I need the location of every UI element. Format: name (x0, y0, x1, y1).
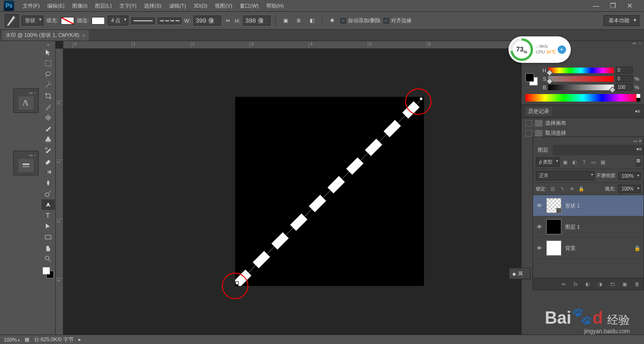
gradient-tool[interactable] (42, 167, 55, 177)
brush-tool[interactable] (42, 123, 55, 134)
marquee-tool[interactable] (42, 58, 55, 69)
close-button[interactable]: ✕ (624, 2, 636, 9)
new-layer-icon[interactable]: ▣ (621, 280, 628, 288)
group-icon[interactable]: 🗀 (609, 280, 616, 288)
bri-input[interactable] (616, 84, 633, 91)
layers-tab[interactable]: 图层 (533, 145, 553, 155)
gear-icon[interactable]: ✱ (327, 16, 338, 26)
panel-collapse-icon[interactable]: ◂◂ (633, 139, 637, 143)
stroke-width-dropdown[interactable]: 4 点 (108, 16, 128, 26)
doc-info-arrow[interactable]: ▸ (78, 336, 81, 343)
panel-close-icon[interactable]: × (639, 138, 642, 144)
lock-trans-icon[interactable]: ▨ (550, 186, 556, 192)
zoom-tool[interactable] (42, 254, 55, 264)
hue-input[interactable] (616, 67, 633, 74)
eraser-tool[interactable] (42, 156, 55, 166)
filter-shape-icon[interactable]: ▭ (590, 158, 597, 166)
adjustment-icon[interactable]: ◑ (596, 280, 604, 288)
minimize-button[interactable]: ― (590, 2, 602, 9)
path-select-tool[interactable] (42, 221, 55, 232)
crop-tool[interactable] (42, 91, 55, 101)
brush-presets-icon[interactable] (18, 96, 34, 110)
stroke-style-dash[interactable] (158, 17, 181, 24)
opacity-input[interactable]: 100% (618, 172, 641, 180)
adjustments-icon[interactable] (18, 159, 34, 172)
blur-tool[interactable] (42, 178, 55, 188)
height-input[interactable] (243, 16, 271, 26)
performance-widget[interactable]: 73% ↓ 0K/s CPU 39℃ + (508, 36, 571, 63)
filter-pixel-icon[interactable]: ▣ (561, 158, 569, 166)
magic-wand-tool[interactable] (42, 80, 55, 90)
layer-name[interactable]: 形状 1 (565, 202, 641, 209)
width-input[interactable] (194, 16, 221, 26)
link-wh-icon[interactable]: ⇔ (224, 17, 232, 24)
path-op-combine[interactable]: ▣ (280, 16, 291, 26)
move-tool[interactable] (42, 47, 55, 58)
history-tab[interactable]: 历史记录 (525, 107, 552, 116)
visibility-toggle[interactable]: 👁 (536, 245, 542, 251)
panel-menu-icon[interactable]: ▾≡ (635, 109, 640, 114)
panel-grip[interactable] (41, 43, 55, 47)
layers-menu-icon[interactable]: ▾≡ (635, 145, 644, 155)
menu-file[interactable]: 文件(F) (19, 0, 43, 11)
path-align[interactable]: ≣ (294, 16, 304, 26)
workspace-selector[interactable]: 基本功能 (603, 15, 639, 26)
maximize-button[interactable]: ❐ (607, 2, 619, 9)
canvas-area[interactable]: 0 1 2 3 4 5 6 0 1 2 3 4 (56, 41, 521, 335)
layer-thumbnail[interactable] (546, 241, 561, 256)
link-layers-icon[interactable]: ⇔ (559, 280, 567, 288)
lock-paint-icon[interactable]: ✎ (559, 186, 566, 192)
filter-type-icon[interactable]: T (580, 158, 588, 166)
performance-add-icon[interactable]: + (558, 45, 566, 54)
layer-row[interactable]: 👁 图层 1 (533, 216, 644, 238)
lock-all-icon[interactable]: 🔒 (578, 186, 585, 192)
close-tab-icon[interactable]: × (82, 33, 85, 38)
color-swatches[interactable] (42, 267, 54, 278)
menu-select[interactable]: 选择(S) (140, 0, 165, 11)
rectangle-tool[interactable] (42, 232, 55, 242)
filter-smart-icon[interactable]: ▦ (599, 158, 607, 166)
menu-edit[interactable]: 编辑(E) (43, 0, 68, 11)
collapsed-panel-1[interactable]: ▸▸ × (13, 88, 39, 113)
doc-size-icon[interactable]: ▦ (25, 336, 29, 343)
menu-filter[interactable]: 滤镜(T) (165, 0, 190, 11)
filter-toggle[interactable] (636, 158, 641, 166)
path-arrange[interactable]: ◧ (307, 16, 317, 26)
menu-type[interactable]: 文字(Y) (116, 0, 141, 11)
stamp-tool[interactable] (42, 134, 55, 145)
zoom-level[interactable]: 100% (4, 337, 20, 343)
layer-row[interactable]: 👁 形状 1 (533, 195, 644, 216)
hand-tool[interactable] (42, 243, 55, 253)
layer-thumbnail[interactable] (546, 198, 561, 213)
bri-slider[interactable] (548, 85, 614, 90)
filter-adjust-icon[interactable]: ◐ (571, 158, 578, 166)
pen-tool[interactable] (42, 199, 55, 210)
history-item[interactable]: 选择画布 (522, 118, 644, 128)
canvas[interactable] (235, 97, 424, 286)
color-spectrum[interactable] (525, 94, 640, 102)
stroke-style-solid[interactable] (131, 17, 155, 24)
delete-layer-icon[interactable]: 🗑 (633, 280, 641, 288)
mask-icon[interactable]: ◐ (584, 280, 592, 288)
align-edges-checkbox[interactable]: ✓对齐边缘 (383, 17, 412, 24)
visibility-toggle[interactable]: 👁 (536, 203, 542, 208)
type-tool[interactable]: T (42, 210, 55, 221)
lock-pos-icon[interactable]: ✥ (568, 186, 575, 192)
fill-swatch[interactable] (61, 17, 74, 25)
properties-panel-stub[interactable]: ◆ 属 (509, 268, 531, 279)
document-tab[interactable]: 水印 @ 100% (形状 1, CMYK/8) × (2, 30, 89, 41)
collapsed-panel-2[interactable]: ▸▸ × (13, 151, 39, 175)
layer-name[interactable]: 图层 1 (565, 224, 641, 231)
color-swatch-pair[interactable] (525, 73, 538, 86)
fx-icon[interactable]: fx (572, 280, 579, 288)
dodge-tool[interactable] (42, 189, 55, 199)
blend-mode-dropdown[interactable]: 正常 (536, 171, 594, 181)
stroke-swatch[interactable] (92, 17, 105, 25)
layer-thumbnail[interactable] (546, 219, 561, 234)
history-brush-tool[interactable] (42, 145, 55, 155)
foreground-color[interactable] (42, 267, 50, 275)
fill-input[interactable]: 100% (618, 185, 641, 193)
shape-mode-dropdown[interactable]: 形状 (22, 16, 43, 26)
lasso-tool[interactable] (42, 69, 55, 79)
menu-layer[interactable]: 图层(L) (91, 0, 115, 11)
